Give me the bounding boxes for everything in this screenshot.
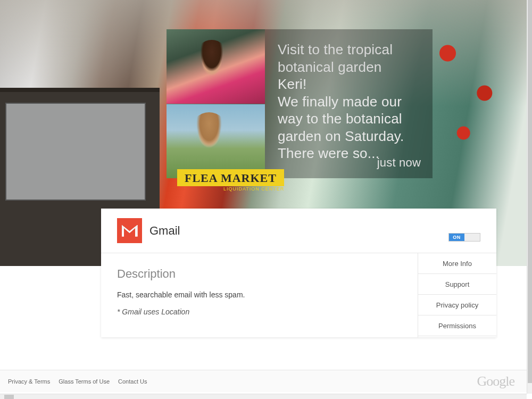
description-heading: Description bbox=[117, 267, 402, 281]
flea-market-sign: FLEA MARKET bbox=[177, 169, 284, 186]
glass-greeting: Keri! bbox=[278, 76, 422, 93]
vertical-scrollbar-thumb[interactable] bbox=[528, 0, 532, 383]
page: Visit to the tropical botanical garden K… bbox=[0, 0, 532, 399]
glass-photo-2 bbox=[167, 104, 265, 179]
gmail-icon bbox=[117, 218, 142, 243]
flea-market-subtext: LIQUIDATION CENTER bbox=[223, 186, 284, 192]
sidelink-privacy-policy[interactable]: Privacy policy bbox=[418, 295, 496, 315]
app-title: Gmail bbox=[149, 224, 180, 238]
toggle-on-label: ON bbox=[449, 234, 464, 241]
glass-photos bbox=[167, 29, 265, 178]
glass-title: Visit to the tropical botanical garden bbox=[278, 41, 422, 76]
horizontal-scrollbar[interactable] bbox=[0, 394, 527, 399]
footer-link-privacy[interactable]: Privacy & Terms bbox=[8, 378, 50, 385]
description-section: Description Fast, searchable email with … bbox=[101, 253, 418, 337]
sidelink-permissions[interactable]: Permissions bbox=[418, 315, 496, 336]
vertical-scrollbar[interactable] bbox=[527, 0, 532, 394]
card-header: Gmail ON bbox=[101, 209, 496, 253]
glass-photo-1 bbox=[167, 29, 265, 104]
side-links: More Info Support Privacy policy Permiss… bbox=[418, 253, 496, 337]
card-body: Description Fast, searchable email with … bbox=[101, 253, 496, 337]
glass-timestamp: just now bbox=[377, 155, 421, 170]
description-text: Fast, searchable email with less spam. bbox=[117, 290, 402, 299]
glass-card: Visit to the tropical botanical garden K… bbox=[167, 29, 433, 178]
glass-body: We finally made our way to the botanical… bbox=[278, 93, 422, 162]
app-card: Gmail ON Description Fast, searchable em… bbox=[101, 209, 496, 337]
horizontal-scrollbar-thumb[interactable] bbox=[4, 395, 14, 399]
footer-link-glass-terms[interactable]: Glass Terms of Use bbox=[59, 378, 110, 385]
footer-link-contact[interactable]: Contact Us bbox=[118, 378, 147, 385]
google-logo: Google bbox=[477, 373, 514, 389]
toggle-switch[interactable]: ON bbox=[448, 233, 480, 242]
footer: Privacy & Terms Glass Terms of Use Conta… bbox=[0, 370, 527, 392]
sidelink-more-info[interactable]: More Info bbox=[418, 253, 496, 274]
toggle-off-side bbox=[464, 234, 480, 241]
sidelink-support[interactable]: Support bbox=[418, 274, 496, 295]
description-note: * Gmail uses Location bbox=[117, 307, 402, 316]
glass-text: Visit to the tropical botanical garden K… bbox=[265, 29, 433, 178]
